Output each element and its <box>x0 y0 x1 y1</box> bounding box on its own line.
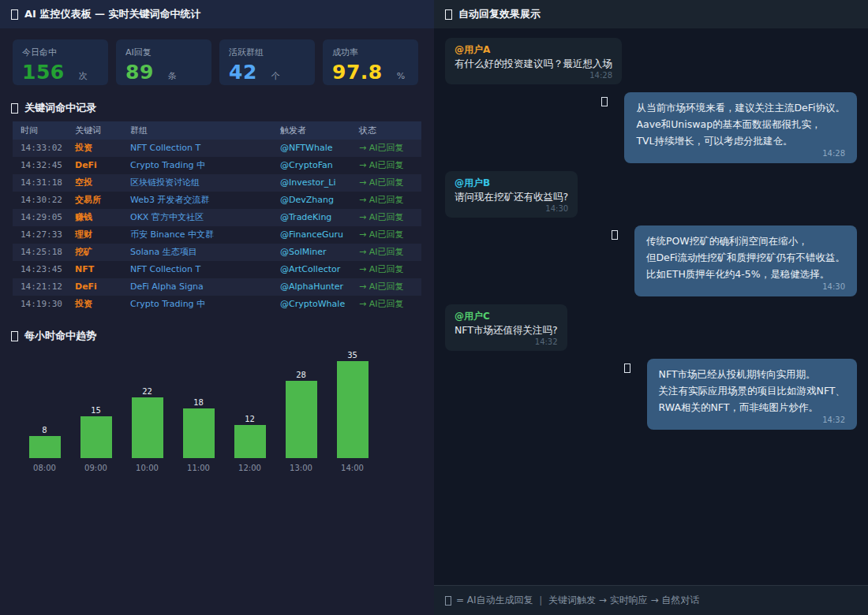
hit-group: 区块链投资讨论组 <box>130 174 280 192</box>
hit-status: → AI已回复 <box>359 192 432 209</box>
message-text: 有什么好的投资建议吗？最近想入场 <box>455 56 612 71</box>
hit-group: NFT Collection T <box>130 261 280 278</box>
hit-group: Crypto Trading 中 <box>130 296 280 313</box>
bar-value-label: 15 <box>91 406 101 415</box>
message-time: 14:30 <box>455 204 568 214</box>
hit-keyword: 理财 <box>75 226 130 244</box>
bar-value-label: 18 <box>193 398 204 407</box>
hit-trigger: @FinanceGuru <box>280 226 359 244</box>
keyword-hit-table: 时间 关键词 群组 触发者 状态 14:33:02 投资 NFT Collect… <box>13 121 421 313</box>
hit-group: Crypto Trading 中 <box>130 157 280 174</box>
table-row: 14:27:33 理财 币安 Binance 中文群 @FinanceGuru … <box>13 226 421 244</box>
stat-value: 97.8 <box>332 61 383 84</box>
hit-keyword: NFT <box>75 261 130 278</box>
speech-bubble-icon <box>445 9 452 20</box>
hit-time: 14:21:12 <box>21 278 75 296</box>
chat-header: 自动回复效果展示 <box>434 0 868 28</box>
footer-legend: = AI自动生成回复 ｜ 关键词触发 → 实时响应 → 自然对话 <box>456 594 699 607</box>
hit-status: → AI已回复 <box>359 209 432 226</box>
stat-unit: % <box>397 71 405 81</box>
hit-group: Solana 生态项目 <box>130 244 280 261</box>
bar-category-label: 09:00 <box>84 464 107 472</box>
hit-keyword: 空投 <box>75 174 130 192</box>
hit-trigger: @CryptoWhale <box>280 296 359 313</box>
hit-time: 14:27:33 <box>21 226 75 244</box>
hit-keyword: 交易所 <box>75 192 130 209</box>
table-row: 14:32:45 DeFi Crypto Trading 中 @CryptoFa… <box>13 157 421 174</box>
hit-time: 14:25:18 <box>21 244 75 261</box>
table-row: 14:31:18 空投 区块链投资讨论组 @Investor_Li → AI已回… <box>13 174 421 192</box>
hit-trigger: @CryptoFan <box>280 157 359 174</box>
hit-group: DeFi Alpha Signa <box>130 278 280 296</box>
hit-trigger: @SolMiner <box>280 244 359 261</box>
stat-value: 89 <box>125 61 154 84</box>
col-header-time: 时间 <box>21 121 75 140</box>
hit-time: 14:32:45 <box>21 157 75 174</box>
message-text: NFT市场已经从投机期转向实用期。 关注有实际应用场景的项目比如游戏NFT、 R… <box>659 366 845 416</box>
hit-group: 币安 Binance 中文群 <box>130 226 280 244</box>
col-header-keyword: 关键词 <box>75 121 130 140</box>
table-row: 14:25:18 挖矿 Solana 生态项目 @SolMiner → AI已回… <box>13 244 421 261</box>
user-message: @用户B 请问现在挖矿还有收益吗? 14:30 <box>445 171 857 218</box>
stat-unit: 次 <box>79 70 88 82</box>
bot-message: 传统POW挖矿的确利润空间在缩小， 但DeFi流动性挖矿和质押挖矿仍有不错收益。… <box>445 226 857 296</box>
stat-card-ai-replies: AI回复 89 条 <box>116 39 211 85</box>
dashboard-header: AI 监控仪表板 — 实时关键词命中统计 <box>0 0 434 28</box>
bar-category-label: 12:00 <box>238 464 261 472</box>
chart-bar <box>337 361 369 458</box>
hit-group: Web3 开发者交流群 <box>130 192 280 209</box>
chart-bar-group: 18 11:00 <box>173 398 224 472</box>
bar-chart-icon <box>11 331 18 341</box>
bar-category-label: 11:00 <box>187 464 210 472</box>
chat-title: 自动回复效果展示 <box>458 7 541 21</box>
stat-label: 今日命中 <box>22 47 99 58</box>
stat-unit: 条 <box>168 70 177 82</box>
stat-value: 42 <box>229 61 257 84</box>
clipboard-icon <box>11 103 18 114</box>
hit-status: → AI已回复 <box>359 226 432 244</box>
chart-bar <box>29 436 61 458</box>
message-time: 14:28 <box>455 71 612 80</box>
chat-messages: @用户A 有什么好的投资建议吗？最近想入场 14:28 从当前市场环境来看，建议… <box>434 28 868 447</box>
chart-bar-group: 8 08:00 <box>19 426 70 472</box>
stat-label: AI回复 <box>125 47 202 58</box>
chart-bar-group: 22 10:00 <box>122 387 173 472</box>
bar-value-label: 22 <box>142 387 152 396</box>
chart-bar <box>286 381 317 458</box>
hit-time: 14:23:45 <box>21 261 75 278</box>
user-name: @用户C <box>455 310 558 322</box>
robot-icon <box>612 230 618 240</box>
hit-time: 14:31:18 <box>21 174 75 192</box>
stat-card-hits-today: 今日命中 156 次 <box>13 39 108 85</box>
hit-keyword: 投资 <box>75 140 130 157</box>
hit-keyword: 投资 <box>75 296 130 313</box>
table-header-row: 时间 关键词 群组 触发者 状态 <box>13 121 421 140</box>
bar-category-label: 08:00 <box>33 464 56 472</box>
message-time: 14:30 <box>646 282 845 292</box>
bar-value-label: 12 <box>245 415 255 423</box>
col-header-status: 状态 <box>359 121 432 140</box>
stat-card-success-rate: 成功率 97.8 % <box>323 39 418 85</box>
chat-footer: = AI自动生成回复 ｜ 关键词触发 → 实时响应 → 自然对话 <box>434 585 868 615</box>
bar-value-label: 35 <box>347 351 357 360</box>
chart-bar <box>183 408 215 458</box>
hourly-trend-chart: 8 08:00 15 09:00 22 10:00 18 11: <box>0 349 434 472</box>
hit-time: 14:29:05 <box>21 209 75 226</box>
chart-bar-group: 12 12:00 <box>224 415 275 472</box>
hit-status: → AI已回复 <box>359 174 432 192</box>
message-time: 14:32 <box>659 416 845 425</box>
table-row: 14:19:30 投资 Crypto Trading 中 @CryptoWhal… <box>13 296 421 313</box>
hit-time: 14:33:02 <box>21 140 75 157</box>
message-time: 14:28 <box>636 149 845 158</box>
hit-keyword: DeFi <box>75 278 130 296</box>
chart-bar <box>80 416 112 458</box>
user-name: @用户B <box>455 177 568 189</box>
table-title: 关键词命中记录 <box>24 101 96 115</box>
stats-row: 今日命中 156 次 AI回复 89 条 活跃群组 42 个 <box>0 28 434 95</box>
hit-status: → AI已回复 <box>359 140 432 157</box>
hit-status: → AI已回复 <box>359 157 432 174</box>
stat-unit: 个 <box>271 70 280 82</box>
hit-time: 14:30:22 <box>21 192 75 209</box>
user-name: @用户A <box>455 43 612 56</box>
hit-group: OKX 官方中文社区 <box>130 209 280 226</box>
